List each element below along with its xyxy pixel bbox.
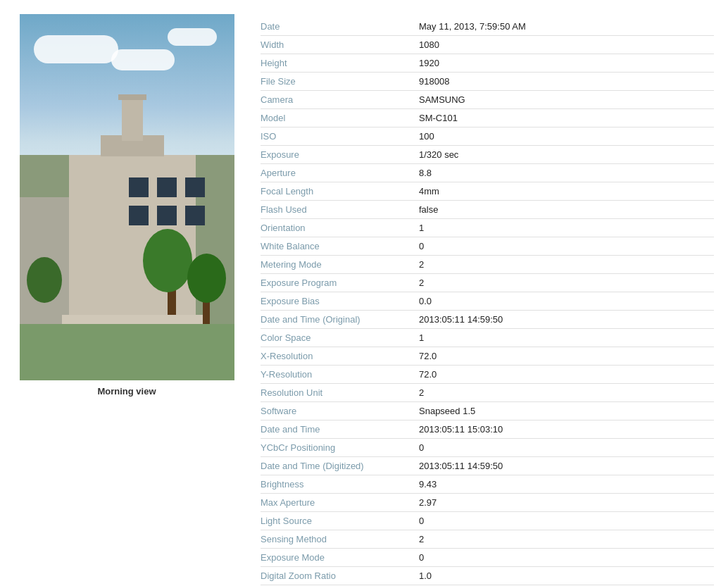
- meta-label: Brightness: [261, 475, 415, 494]
- table-row: Exposure Bias0.0: [261, 292, 714, 311]
- meta-value: 100: [415, 127, 714, 146]
- table-row: Exposure1/320 sec: [261, 146, 714, 164]
- left-panel: Morning view: [14, 14, 239, 586]
- table-row: Exposure Mode0: [261, 549, 714, 567]
- table-row: Sensing Method2: [261, 530, 714, 549]
- meta-label: Sensing Method: [261, 530, 415, 549]
- meta-value: 2: [415, 530, 714, 549]
- table-row: Focal Length4mm: [261, 182, 714, 201]
- meta-value: 72.0: [415, 366, 714, 384]
- cloud-3: [168, 28, 217, 46]
- meta-label: Model: [261, 109, 415, 127]
- meta-label: Aperture: [261, 164, 415, 182]
- window-2: [157, 177, 177, 197]
- table-row: SoftwareSnapseed 1.5: [261, 402, 714, 420]
- window-5: [157, 206, 177, 225]
- tree-3-foliage: [27, 257, 62, 303]
- table-row: ISO100: [261, 127, 714, 146]
- table-row: X-Resolution72.0: [261, 347, 714, 366]
- photo-caption: Morning view: [97, 386, 156, 397]
- meta-value: 8.8: [415, 164, 714, 182]
- tree-1-foliage: [143, 229, 192, 292]
- meta-value: 2: [415, 384, 714, 402]
- meta-label: White Balance: [261, 237, 415, 256]
- meta-value: 918008: [415, 73, 714, 91]
- table-row: Aperture8.8: [261, 164, 714, 182]
- meta-label: Orientation: [261, 219, 415, 237]
- table-row: Brightness9.43: [261, 475, 714, 494]
- meta-label: Light Source: [261, 512, 415, 530]
- meta-label: Exposure: [261, 146, 415, 164]
- table-row: Color Space1: [261, 329, 714, 347]
- meta-label: ISO: [261, 127, 415, 146]
- meta-value: 1: [415, 329, 714, 347]
- foreground: [20, 324, 234, 380]
- window-6: [185, 206, 205, 225]
- page-container: Morning view DateMay 11, 2013, 7:59:50 A…: [0, 0, 728, 586]
- table-row: DateMay 11, 2013, 7:59:50 AM: [261, 18, 714, 36]
- meta-value: 2: [415, 274, 714, 292]
- meta-value: May 11, 2013, 7:59:50 AM: [415, 18, 714, 36]
- meta-label: File Size: [261, 73, 415, 91]
- table-row: Height1920: [261, 54, 714, 73]
- meta-value: 0: [415, 237, 714, 256]
- meta-label: Width: [261, 36, 415, 54]
- meta-label: Y-Resolution: [261, 366, 415, 384]
- meta-value: 2013:05:11 15:03:10: [415, 420, 714, 439]
- meta-value: 1.0: [415, 567, 714, 585]
- table-row: Light Source0: [261, 512, 714, 530]
- meta-value: false: [415, 201, 714, 219]
- table-row: Flash Usedfalse: [261, 201, 714, 219]
- meta-label: Camera: [261, 91, 415, 109]
- meta-value: 1: [415, 219, 714, 237]
- right-panel: DateMay 11, 2013, 7:59:50 AMWidth1080Hei…: [261, 14, 714, 586]
- meta-value: 1080: [415, 36, 714, 54]
- table-row: Metering Mode2: [261, 256, 714, 274]
- table-row: Date and Time (Original)2013:05:11 14:59…: [261, 311, 714, 329]
- meta-label: Resolution Unit: [261, 384, 415, 402]
- table-row: CameraSAMSUNG: [261, 91, 714, 109]
- meta-value: 0: [415, 439, 714, 457]
- table-row: Orientation1: [261, 219, 714, 237]
- meta-value: 0: [415, 549, 714, 567]
- window-4: [129, 206, 149, 225]
- table-row: Digital Zoom Ratio1.0: [261, 567, 714, 585]
- window-1: [129, 177, 149, 197]
- table-row: Y-Resolution72.0: [261, 366, 714, 384]
- meta-label: Exposure Program: [261, 274, 415, 292]
- tree-2-foliage: [187, 254, 226, 303]
- cloud-1: [34, 35, 118, 63]
- meta-label: X-Resolution: [261, 347, 415, 366]
- table-row: Exposure Program2: [261, 274, 714, 292]
- meta-label: Date and Time: [261, 420, 415, 439]
- meta-value: 72.0: [415, 347, 714, 366]
- meta-label: Exposure Bias: [261, 292, 415, 311]
- meta-value: SAMSUNG: [415, 91, 714, 109]
- table-row: Date and Time2013:05:11 15:03:10: [261, 420, 714, 439]
- building-chimney-top: [118, 94, 146, 100]
- meta-value: 1/320 sec: [415, 146, 714, 164]
- meta-label: Digital Zoom Ratio: [261, 567, 415, 585]
- meta-label: Software: [261, 402, 415, 420]
- metadata-table: DateMay 11, 2013, 7:59:50 AMWidth1080Hei…: [261, 18, 714, 586]
- meta-value: 0.0: [415, 292, 714, 311]
- meta-label: Exposure Mode: [261, 549, 415, 567]
- meta-value: 2013:05:11 14:59:50: [415, 457, 714, 475]
- meta-value: Snapseed 1.5: [415, 402, 714, 420]
- cloud-2: [111, 49, 175, 70]
- meta-label: YCbCr Positioning: [261, 439, 415, 457]
- meta-label: Flash Used: [261, 201, 415, 219]
- meta-label: Date and Time (Original): [261, 311, 415, 329]
- photo-canvas: [20, 14, 234, 380]
- photo-frame: [20, 14, 234, 380]
- table-row: Date and Time (Digitized)2013:05:11 14:5…: [261, 457, 714, 475]
- meta-label: Focal Length: [261, 182, 415, 201]
- table-row: File Size918008: [261, 73, 714, 91]
- meta-value: SM-C101: [415, 109, 714, 127]
- meta-value: 1920: [415, 54, 714, 73]
- table-row: Resolution Unit2: [261, 384, 714, 402]
- meta-value: 2013:05:11 14:59:50: [415, 311, 714, 329]
- table-row: Width1080: [261, 36, 714, 54]
- meta-label: Date: [261, 18, 415, 36]
- table-row: White Balance0: [261, 237, 714, 256]
